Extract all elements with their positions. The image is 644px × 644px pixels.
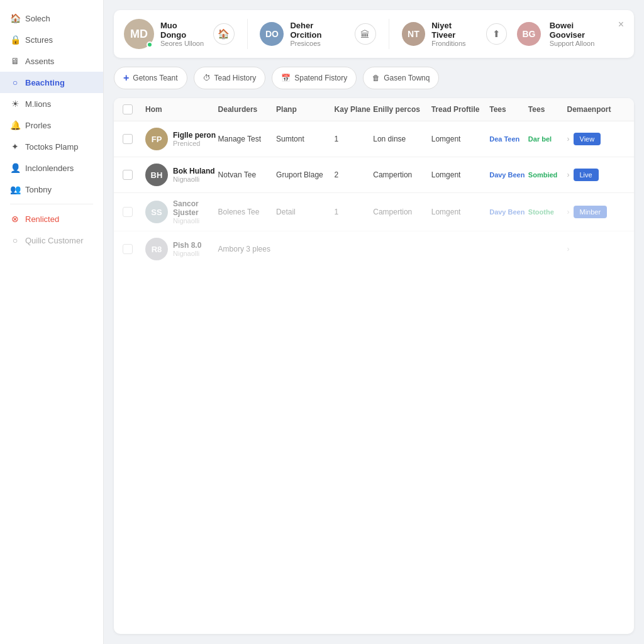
sidebar-icon-solech: 🏠 (10, 13, 20, 23)
cell-planp: Gruport Blage (276, 170, 334, 179)
view-button[interactable]: Live (574, 169, 599, 181)
secondary-icon-button[interactable]: 🏛 (355, 23, 375, 45)
sidebar-item-inclonlenders[interactable]: 👤 Inclonlenders (0, 157, 103, 179)
sidebar-icon-toctoks: ✦ (10, 142, 20, 152)
sidebar-label-restricted: Renlicted (25, 214, 59, 224)
sidebar-item-quilic[interactable]: ○ Quilic Customer (0, 230, 103, 251)
main-content: MD Muo Dongo Seores Ulloon 🏠 DO Deher Or… (104, 0, 644, 644)
fourth-avatar: BG (517, 22, 540, 46)
chevron-icon: › (567, 170, 570, 179)
sidebar-divider (10, 204, 93, 204)
person-cell: SS Sancor Sjuster Nignaolli (145, 199, 218, 225)
cell-tees1[interactable]: Davy Been (489, 171, 528, 179)
view-button[interactable]: Minber (574, 206, 608, 218)
sidebar-icon-assents: 🖥 (10, 56, 20, 66)
row-actions: › Live (567, 169, 625, 181)
close-button[interactable]: × (618, 19, 624, 30)
home-button[interactable]: 🏠 (213, 23, 234, 45)
sidebar-icon-restricted: ⊗ (10, 214, 20, 224)
row-checkbox[interactable] (123, 134, 145, 144)
sidebar-icon-mlions: ☀ (10, 99, 20, 109)
action-tead-history[interactable]: ⏱ Tead History (194, 67, 266, 89)
sidebar-item-beachting[interactable]: ○ Beachting (0, 72, 103, 93)
cell-dealurders: Bolenes Tee (218, 208, 276, 216)
row-actions: › View (567, 133, 625, 145)
cell-tees1[interactable]: Dea Teen (489, 135, 528, 143)
sidebar-label-inclonlenders: Inclonlenders (25, 164, 74, 173)
person-name: Figlle peron (173, 131, 216, 140)
chevron-icon: › (567, 208, 570, 216)
chevron-icon: › (567, 245, 570, 253)
third-icon-button[interactable]: ⬆ (486, 23, 508, 45)
table-row[interactable]: R8 Pish 8.0 Nignaolli Ambory 3 plees › (114, 231, 634, 267)
th-checkbox (123, 104, 145, 114)
cell-planp: Sumtont (276, 135, 334, 143)
sidebar-label-prorles: Prorles (25, 121, 51, 130)
table-header: Hom Dealurders Planp Kay Plane Enilly pe… (114, 98, 634, 121)
person-name: Bok Huland (173, 167, 215, 175)
person-cell: R8 Pish 8.0 Nignaolli (145, 238, 218, 260)
cell-tees2[interactable]: Sombied (528, 171, 567, 179)
sidebar-label-tonbny: Tonbny (25, 185, 52, 194)
sidebar-item-solech[interactable]: 🏠 Solech (0, 8, 103, 29)
trash-icon: 🗑 (372, 74, 380, 82)
person-cell: FP Figlle peron Preniced (145, 128, 218, 150)
sidebar-label-assents: Assents (25, 57, 54, 66)
secondary-user-info: Deher Orcition Presicoes (290, 21, 346, 47)
th-kay-plane: Kay Plane (335, 105, 374, 114)
divider-2 (389, 19, 389, 49)
fourth-user-name: Bowei Gooviser (550, 21, 611, 40)
cell-tread: Lomgent (431, 170, 489, 179)
cell-enilly: Campertion (373, 208, 431, 216)
cell-planp: Detail (276, 208, 334, 216)
sidebar-item-toctoks[interactable]: ✦ Toctoks Plamp (0, 136, 103, 157)
cell-tees2[interactable]: Stoothe (528, 208, 567, 216)
cell-tees2[interactable]: Dar bel (528, 135, 567, 143)
top-cards-section: MD Muo Dongo Seores Ulloon 🏠 DO Deher Or… (114, 10, 634, 58)
fourth-user-role: Support Alloon (550, 40, 611, 47)
person-sub: Preniced (173, 140, 216, 147)
person-info: Sancor Sjuster Nignaolli (173, 199, 218, 225)
row-checkbox[interactable] (123, 170, 145, 180)
table-row[interactable]: FP Figlle peron Preniced Manage Test Sum… (114, 121, 634, 157)
calendar-icon: 📅 (281, 74, 291, 82)
row-checkbox[interactable] (123, 207, 145, 217)
third-user-card: NT Niyet Tiveer Fronditions ⬆ BG Bowei G… (402, 19, 611, 49)
sidebar: 🏠 Solech 🔒 Sctures 🖥 Assents ○ Beachting… (0, 0, 104, 644)
sidebar-item-mlions[interactable]: ☀ M.lions (0, 93, 103, 114)
sidebar-item-prorles[interactable]: 🔔 Prorles (0, 114, 103, 136)
sidebar-item-sctures[interactable]: 🔒 Sctures (0, 29, 103, 50)
person-cell: BH Bok Huland Nignaolli (145, 164, 218, 186)
th-enilly: Enilly percos (373, 105, 431, 114)
select-all-checkbox[interactable] (123, 104, 133, 114)
action-getons-teant[interactable]: + Getons Teant (114, 67, 187, 89)
sidebar-icon-tonbny: 👥 (10, 184, 20, 194)
row-checkbox[interactable] (123, 244, 145, 254)
sidebar-item-assents[interactable]: 🖥 Assents (0, 50, 103, 72)
table-row[interactable]: BH Bok Huland Nignaolli Notvan Tee Grupo… (114, 157, 634, 193)
action-spatend-fistory[interactable]: 📅 Spatend Fistory (272, 67, 357, 89)
sidebar-item-restricted[interactable]: ⊗ Renlicted (0, 208, 103, 230)
person-sub: Nignaolli (173, 175, 215, 183)
third-user-name: Niyet Tiveer (431, 21, 477, 40)
cell-dealurders: Ambory 3 plees (218, 245, 276, 253)
cell-enilly: Lon dinse (373, 135, 431, 143)
action1-label: Getons Teant (133, 74, 177, 82)
th-hom: Hom (145, 105, 218, 114)
sidebar-label-mlions: M.lions (25, 99, 51, 109)
secondary-avatar: DO (260, 22, 284, 46)
chevron-icon: › (567, 135, 570, 143)
action3-label: Spatend Fistory (294, 74, 347, 82)
row-avatar: R8 (145, 238, 168, 260)
cell-enilly: Campertion (373, 170, 431, 179)
cell-tread: Lomgent (431, 208, 489, 216)
sidebar-icon-quilic: ○ (10, 235, 20, 245)
sidebar-icon-beachting: ○ (10, 77, 20, 87)
view-button[interactable]: View (574, 133, 601, 145)
primary-user-info: Muo Dongo Seores Ulloon (160, 21, 204, 47)
sidebar-item-tonbny[interactable]: 👥 Tonbny (0, 179, 103, 200)
action-gasen-townq[interactable]: 🗑 Gasen Townq (363, 67, 439, 89)
secondary-user-role: Presicoes (290, 40, 346, 47)
cell-tees1[interactable]: Davy Been (489, 208, 528, 216)
table-row[interactable]: SS Sancor Sjuster Nignaolli Bolenes Tee … (114, 193, 634, 231)
